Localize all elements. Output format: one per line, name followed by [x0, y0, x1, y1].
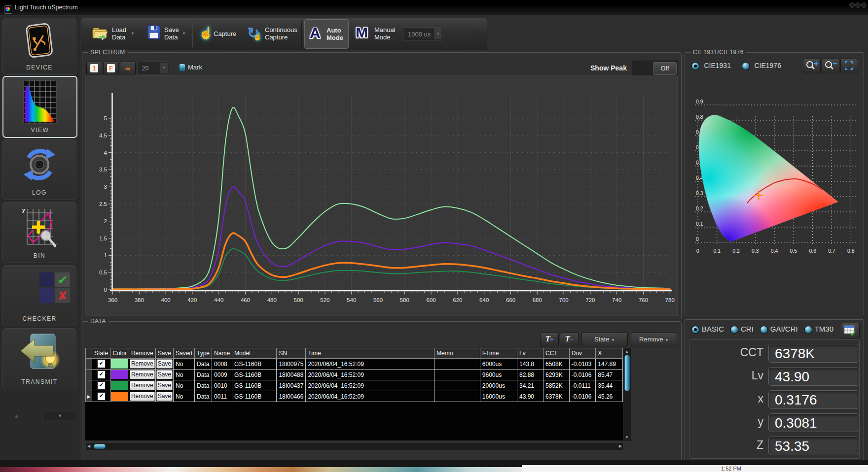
cell-i-time: 9600us — [480, 370, 517, 380]
save-data-caret-icon[interactable]: ▾ — [183, 31, 185, 35]
text-smaller-button[interactable]: T− — [560, 333, 579, 346]
state-checkbox[interactable]: ✔ — [97, 392, 106, 401]
load-data-button[interactable]: Load Data — [112, 26, 126, 41]
average-caret-icon: ▼ — [160, 63, 168, 73]
mark-icon[interactable] — [179, 64, 185, 71]
capture-button[interactable]: Capture — [214, 30, 236, 37]
column-header-remove[interactable]: Remove — [129, 348, 155, 359]
cell-time: 2020/06/04_16:52:09 — [306, 380, 434, 391]
sidebar: DEVICE — [0, 16, 79, 460]
title-bar: Light Touch uSpectrum — [0, 0, 868, 15]
scrollbar-thumb[interactable] — [624, 355, 630, 391]
sidebar-item-device[interactable]: DEVICE — [2, 18, 76, 75]
capture-label: Capture — [214, 30, 236, 37]
sidebar-item-bin[interactable]: y x BIN — [2, 202, 76, 263]
x-tick-label: 700 — [559, 297, 569, 303]
table-row[interactable]: ✔RemoveSaveNoData0008GS-1160B18I00975202… — [86, 359, 623, 370]
scrollbar-thumb[interactable] — [94, 444, 106, 449]
remove-row-button[interactable]: Remove — [130, 381, 155, 390]
average-count-select[interactable]: 20 ▼ — [138, 62, 169, 74]
column-header-save[interactable]: Save — [155, 348, 173, 359]
cell-type: Data — [195, 370, 212, 380]
result-tab-basic[interactable]: BASIC — [692, 325, 724, 334]
fit-view-button[interactable] — [840, 59, 858, 73]
cie-y-tick-label: 0.8 — [696, 114, 703, 120]
result-tab-cri[interactable]: CRI — [731, 325, 754, 334]
result-tab-label: TM30 — [815, 325, 833, 333]
scroll-down-icon[interactable]: ▼ — [625, 435, 629, 440]
remove-row-button[interactable]: Remove — [130, 359, 155, 369]
table-row[interactable]: ✔RemoveSaveNoData0010GS-1160B18I00437202… — [86, 380, 623, 391]
column-header-saved[interactable]: Saved — [174, 348, 195, 359]
column-header-name[interactable]: Name — [212, 348, 232, 359]
scroll-right-icon[interactable]: ▶ — [619, 443, 622, 449]
fixed-trace-button[interactable]: F — [103, 62, 119, 75]
save-row-button[interactable]: Save — [156, 381, 173, 390]
column-header-duv[interactable]: Duv — [569, 348, 595, 359]
save-row-button[interactable]: Save — [156, 392, 173, 401]
save-data-button[interactable]: Save Data — [164, 26, 179, 41]
table-row[interactable]: ✔RemoveSaveNoData0009GS-1160B18I00488202… — [86, 370, 623, 380]
column-header-time[interactable]: Time — [306, 348, 434, 359]
column-header-type[interactable]: Type — [195, 348, 212, 359]
column-header-i-time[interactable]: I-Time — [480, 348, 517, 359]
show-peak-toggle[interactable]: Off — [632, 61, 678, 76]
window-minimize-button[interactable] — [849, 2, 855, 8]
scroll-left-icon[interactable]: ◀ — [87, 443, 90, 449]
sidebar-scroll-up-icon[interactable]: ▲ — [14, 413, 19, 419]
continuous-capture-button[interactable]: Continuous Capture — [265, 26, 297, 41]
remove-row-button[interactable]: Remove — [130, 392, 155, 401]
text-larger-button[interactable]: T+ — [540, 333, 559, 346]
table-horizontal-scrollbar[interactable]: ◀ ▶ — [85, 442, 624, 450]
manual-mode-button[interactable]: M Manual Mode — [352, 19, 397, 48]
column-header-lv[interactable]: Lv — [517, 348, 543, 359]
cell-i-time: 6000us — [480, 359, 517, 370]
remove-dropdown-button[interactable]: Remove ▼ — [631, 333, 677, 346]
single-trace-button[interactable]: 1 — [86, 62, 102, 75]
window-close-button[interactable] — [861, 2, 867, 8]
cell-lv: 143.8 — [517, 359, 543, 370]
table-vertical-scrollbar[interactable]: ▲ ▼ — [623, 348, 631, 441]
remove-row-button[interactable]: Remove — [130, 370, 155, 379]
zoom-in-button[interactable] — [803, 59, 821, 73]
column-header-color[interactable]: Color — [110, 348, 129, 359]
save-row-button[interactable]: Save — [156, 370, 173, 379]
load-data-caret-icon[interactable]: ▾ — [132, 31, 134, 35]
scroll-up-icon[interactable]: ▲ — [625, 349, 629, 355]
sidebar-item-log[interactable]: LOG — [2, 139, 76, 200]
state-dropdown-button[interactable]: State ▼ — [581, 333, 628, 346]
x-tick-label: 720 — [585, 297, 595, 303]
sidebar-item-checker[interactable]: ✔ ✘ CHECKER — [2, 265, 76, 326]
column-header-state[interactable]: State — [92, 348, 110, 359]
infinite-trace-button[interactable]: ∞ — [120, 62, 136, 75]
window-maximize-button[interactable] — [855, 2, 861, 8]
state-checkbox[interactable]: ✔ — [97, 370, 106, 379]
zoom-out-button[interactable] — [822, 59, 839, 73]
state-checkbox[interactable]: ✔ — [97, 381, 106, 390]
data-panel: DATA T+ T− State ▼ Remove ▼ StateColorRe… — [82, 321, 682, 462]
sidebar-item-transmit[interactable]: TRANSMIT — [2, 328, 76, 389]
table-row[interactable]: ▶✔RemoveSaveNoData0011GS-1160B18I0046620… — [86, 391, 623, 402]
column-header-x[interactable]: X — [596, 348, 623, 359]
auto-mode-label: Auto — [326, 27, 343, 34]
column-header-memo[interactable]: Memo — [434, 348, 480, 359]
radio-icon — [805, 326, 812, 333]
save-row-button[interactable]: Save — [156, 359, 173, 369]
sidebar-scroll-down-button[interactable]: ▼ — [45, 412, 75, 420]
sidebar-item-view[interactable]: VIEW — [2, 76, 77, 138]
row-marker — [86, 380, 92, 391]
state-checkbox[interactable]: ✔ — [97, 359, 106, 369]
auto-mode-button[interactable]: A Auto Mode — [304, 19, 349, 49]
column-header-sn[interactable]: SN — [277, 348, 306, 359]
cie-x-tick-label: 0.6 — [809, 248, 816, 254]
column-header-model[interactable]: Model — [232, 348, 277, 359]
show-peak-state[interactable]: Off — [653, 62, 677, 75]
result-table-button[interactable]: ✔ — [841, 323, 860, 338]
result-tab-tm30[interactable]: TM30 — [805, 325, 833, 334]
cie1976-radio[interactable]: CIE1976 — [742, 62, 781, 70]
exposure-time-select[interactable]: 1000 us ▼ — [403, 27, 443, 40]
column-header-cct[interactable]: CCT — [543, 348, 570, 359]
cie1931-radio[interactable]: CIE1931 — [692, 62, 731, 70]
result-tab-gai-cri[interactable]: GAI/CRI — [760, 325, 798, 334]
cie-y-tick-label: 0 — [696, 236, 699, 242]
